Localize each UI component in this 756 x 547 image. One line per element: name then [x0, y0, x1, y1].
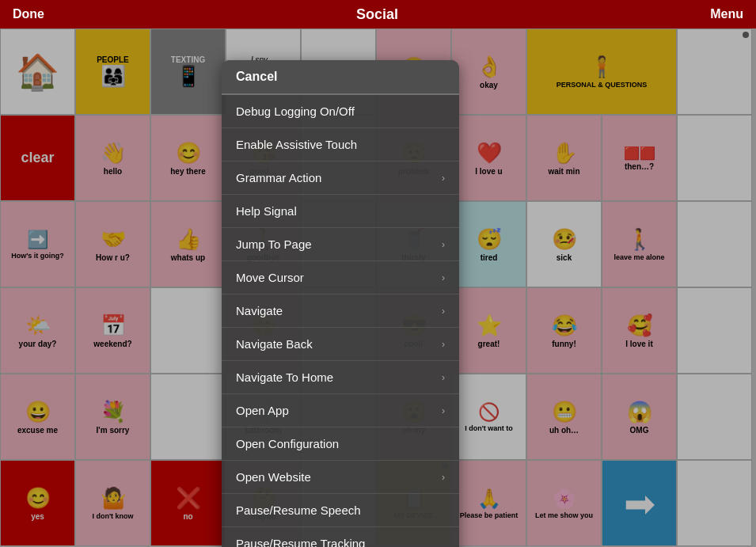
grammar-action-label: Grammar Action: [236, 171, 321, 184]
done-button[interactable]: Done: [13, 7, 44, 21]
menu-pause-resume-speech[interactable]: Pause/Resume Speech: [222, 494, 459, 527]
jump-page-label: Jump To Page: [236, 237, 312, 251]
menu-navigate-home[interactable]: Navigate To Home ›: [222, 361, 459, 394]
navigate-home-chevron: ›: [442, 372, 445, 383]
menu-navigate-back[interactable]: Navigate Back ›: [222, 328, 459, 361]
debug-label: Debug Logging On/Off: [236, 104, 355, 118]
menu-cancel[interactable]: Cancel: [222, 60, 459, 95]
menu-open-app[interactable]: Open App ›: [222, 394, 459, 427]
navigate-label: Navigate: [236, 304, 283, 317]
top-bar: Done Social Menu: [0, 0, 756, 28]
page-title: Social: [356, 6, 398, 23]
menu-button[interactable]: Menu: [710, 7, 743, 21]
assistive-touch-label: Enable Assistive Touch: [236, 138, 357, 151]
menu-help-signal[interactable]: Help Signal: [222, 195, 459, 228]
open-config-label: Open Configuration: [236, 437, 339, 450]
open-website-chevron: ›: [442, 472, 445, 483]
pause-speech-label: Pause/Resume Speech: [236, 503, 361, 517]
grammar-action-chevron: ›: [442, 173, 445, 184]
menu-open-config[interactable]: Open Configuration: [222, 427, 459, 461]
jump-page-chevron: ›: [442, 239, 445, 250]
move-cursor-chevron: ›: [442, 272, 445, 283]
menu-open-website[interactable]: Open Website ›: [222, 461, 459, 494]
help-signal-label: Help Signal: [236, 204, 297, 218]
open-website-label: Open Website: [236, 470, 311, 484]
menu-move-cursor[interactable]: Move Cursor ›: [222, 261, 459, 294]
navigate-home-label: Navigate To Home: [236, 370, 333, 384]
menu-grammar-action[interactable]: Grammar Action ›: [222, 161, 459, 195]
menu-navigate[interactable]: Navigate ›: [222, 294, 459, 328]
pause-tracking-label: Pause/Resume Tracking: [236, 537, 365, 547]
open-app-chevron: ›: [442, 405, 445, 416]
dropdown-menu: Cancel Debug Logging On/Off Enable Assis…: [222, 60, 459, 547]
navigate-back-chevron: ›: [442, 339, 445, 350]
menu-jump-to-page[interactable]: Jump To Page ›: [222, 228, 459, 261]
menu-debug[interactable]: Debug Logging On/Off: [222, 95, 459, 128]
open-app-label: Open App: [236, 404, 289, 417]
navigate-chevron: ›: [442, 306, 445, 317]
navigate-back-label: Navigate Back: [236, 337, 313, 351]
main-area: 🏠 PEOPLE 👨‍👩‍👧 TEXTING 📱 I spy… 🔍 clear …: [0, 28, 756, 547]
move-cursor-label: Move Cursor: [236, 271, 304, 284]
menu-pause-resume-tracking[interactable]: Pause/Resume Tracking: [222, 527, 459, 547]
cancel-label: Cancel: [236, 70, 277, 84]
menu-assistive-touch[interactable]: Enable Assistive Touch: [222, 128, 459, 161]
